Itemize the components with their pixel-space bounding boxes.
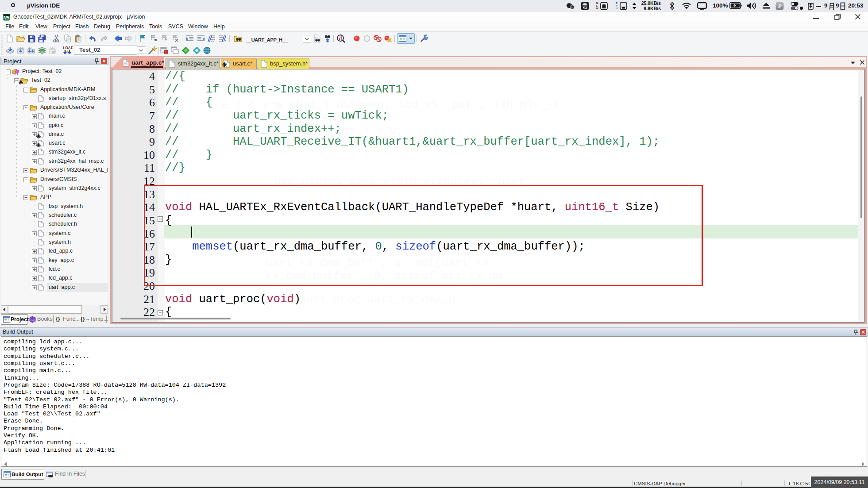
svg-text:LOAD: LOAD — [63, 46, 73, 50]
svg-text:d: d — [339, 35, 342, 42]
svg-text:P: P — [778, 3, 782, 9]
svg-text:?: ? — [33, 319, 35, 322]
svg-text:V5: V5 — [4, 15, 10, 20]
